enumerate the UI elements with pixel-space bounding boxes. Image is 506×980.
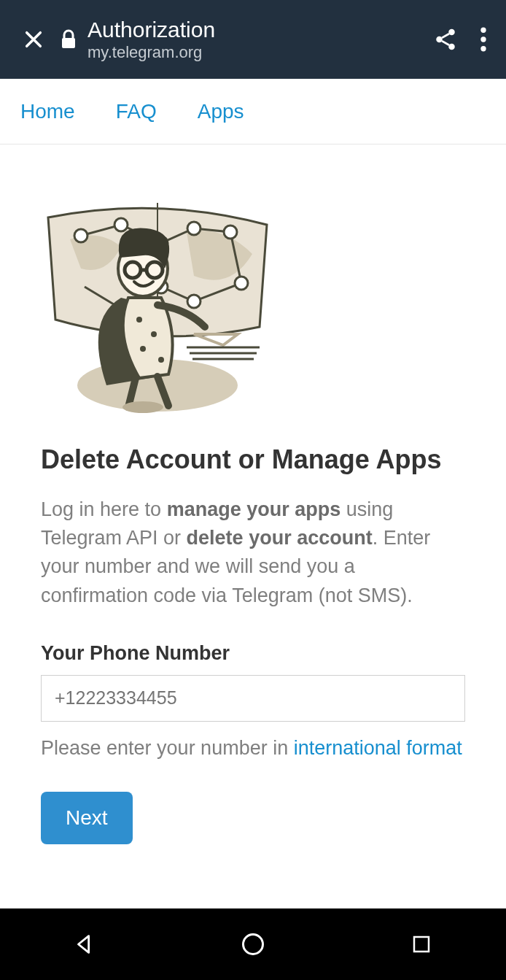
svg-point-20 <box>136 317 142 323</box>
close-icon[interactable] <box>15 28 52 51</box>
more-icon[interactable] <box>480 27 487 52</box>
phone-input[interactable] <box>41 675 465 722</box>
hero-illustration <box>41 188 274 414</box>
svg-point-6 <box>480 46 486 51</box>
svg-rect-26 <box>414 937 429 952</box>
site-nav: Home FAQ Apps <box>0 79 506 144</box>
system-nav-bar <box>0 908 506 980</box>
heading: Delete Account or Manage Apps <box>41 444 465 475</box>
lock-icon <box>60 29 77 50</box>
helper-text: Please enter your number in internationa… <box>41 735 465 763</box>
svg-point-10 <box>187 222 201 235</box>
recents-icon[interactable] <box>405 928 437 960</box>
desc-bold-delete: delete your account <box>187 527 373 549</box>
share-icon[interactable] <box>433 27 458 52</box>
svg-point-4 <box>480 28 486 33</box>
svg-point-21 <box>151 331 157 337</box>
svg-point-5 <box>480 36 486 42</box>
home-icon[interactable] <box>237 928 269 960</box>
nav-home[interactable]: Home <box>20 100 75 123</box>
svg-point-13 <box>187 295 201 308</box>
svg-point-3 <box>448 44 455 50</box>
svg-point-24 <box>122 401 163 413</box>
svg-point-11 <box>224 225 237 239</box>
svg-point-2 <box>436 36 443 43</box>
svg-rect-0 <box>62 38 75 48</box>
desc-bold-manage: manage your apps <box>167 498 341 520</box>
nav-faq[interactable]: FAQ <box>116 100 157 123</box>
nav-apps[interactable]: Apps <box>198 100 244 123</box>
back-icon[interactable] <box>69 928 101 960</box>
browser-top-bar: Authorization my.telegram.org <box>0 0 506 79</box>
svg-point-22 <box>140 346 146 352</box>
svg-point-8 <box>114 218 128 231</box>
main-content: Delete Account or Manage Apps Log in her… <box>0 144 506 844</box>
page-url: my.telegram.org <box>87 43 215 61</box>
description: Log in here to manage your apps using Te… <box>41 495 465 610</box>
desc-text: Log in here to <box>41 498 167 520</box>
svg-point-25 <box>243 935 262 954</box>
helper-pre: Please enter your number in <box>41 737 294 759</box>
next-button[interactable]: Next <box>41 792 133 844</box>
intl-format-link[interactable]: international format <box>294 737 462 759</box>
svg-point-12 <box>235 277 248 290</box>
svg-point-7 <box>74 229 87 242</box>
svg-point-1 <box>448 29 455 36</box>
svg-point-23 <box>158 357 164 363</box>
phone-label: Your Phone Number <box>41 642 465 665</box>
page-title: Authorization <box>87 18 215 43</box>
